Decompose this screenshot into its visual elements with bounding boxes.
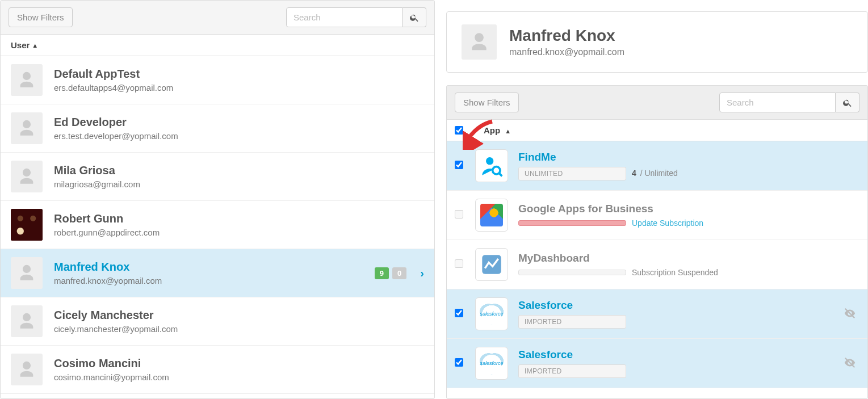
apps-search-button[interactable] bbox=[836, 93, 859, 112]
app-name: Salesforce bbox=[518, 299, 833, 312]
user-name: Manfred Knox bbox=[54, 261, 375, 274]
app-name: Salesforce bbox=[518, 348, 833, 361]
user-email: ers.test.developer@yopmail.com bbox=[54, 131, 424, 141]
user-info: Default AppTesters.defaultapps4@yopmail.… bbox=[54, 68, 424, 93]
app-name: FindMe bbox=[518, 151, 859, 163]
user-info: Robert Gunnrobert.gunn@appdirect.com bbox=[54, 212, 424, 237]
app-row[interactable]: SalesforceIMPORTED bbox=[447, 289, 867, 339]
svg-point-1 bbox=[493, 167, 500, 174]
user-email: cosimo.mancini@yopmail.com bbox=[54, 372, 424, 382]
user-row[interactable]: Default AppTesters.defaultapps4@yopmail.… bbox=[1, 56, 434, 104]
visibility-off-icon[interactable] bbox=[844, 356, 856, 371]
user-info: Ed Developerers.test.developer@yopmail.c… bbox=[54, 116, 424, 141]
user-info: Cicely Manchestercicely.manchester@yopma… bbox=[54, 309, 424, 334]
apps-list[interactable]: FindMeUNLIMITED4 / UnlimitedGoogle Apps … bbox=[447, 141, 867, 398]
users-list[interactable]: Default AppTesters.defaultapps4@yopmail.… bbox=[1, 56, 434, 398]
apps-column-label[interactable]: App ▲ bbox=[484, 125, 511, 135]
profile-info: Manfred Knox manfred.knox@yopmail.com bbox=[509, 27, 624, 57]
user-info: Cosimo Mancinicosimo.mancini@yopmail.com bbox=[54, 357, 424, 382]
user-row[interactable]: Ed Developerers.test.developer@yopmail.c… bbox=[1, 104, 434, 153]
app-checkbox-cell bbox=[455, 161, 465, 171]
users-toolbar: Show Filters bbox=[1, 1, 434, 35]
app-checkbox[interactable] bbox=[455, 210, 463, 219]
app-status-pill: IMPORTED bbox=[518, 364, 626, 378]
search-icon bbox=[409, 12, 420, 23]
user-row[interactable]: Robert Gunnrobert.gunn@appdirect.com bbox=[1, 201, 434, 249]
app-row[interactable]: MyDashboardSubscription Suspended bbox=[447, 240, 867, 289]
users-column-header[interactable]: User ▲ bbox=[1, 35, 434, 56]
user-name: Default AppTest bbox=[54, 68, 424, 81]
app-status-pill: IMPORTED bbox=[518, 315, 626, 329]
app-icon bbox=[475, 199, 508, 232]
user-row[interactable]: Manfred Knoxmanfred.knox@yopmail.com90› bbox=[1, 249, 434, 297]
app-row[interactable]: Google Apps for BusinessUpdate Subscript… bbox=[447, 191, 867, 240]
app-body: MyDashboardSubscription Suspended bbox=[518, 252, 859, 277]
app-icon bbox=[475, 297, 508, 330]
app-body: SalesforceIMPORTED bbox=[518, 348, 833, 378]
user-email: robert.gunn@appdirect.com bbox=[54, 228, 424, 237]
users-panel: Show Filters User ▲ Default AppTesters.d… bbox=[0, 0, 435, 399]
app-body: Google Apps for BusinessUpdate Subscript… bbox=[518, 203, 859, 228]
app-action-link[interactable]: Update Subscription bbox=[632, 219, 703, 228]
user-row[interactable]: Cicely Manchestercicely.manchester@yopma… bbox=[1, 297, 434, 346]
app-checkbox-cell bbox=[455, 259, 465, 270]
search-input[interactable] bbox=[286, 7, 402, 27]
user-info: Manfred Knoxmanfred.knox@yopmail.com bbox=[54, 261, 375, 285]
app-icon bbox=[475, 248, 508, 281]
avatar bbox=[11, 112, 43, 144]
app-checkbox[interactable] bbox=[455, 309, 463, 317]
show-filters-button[interactable]: Show Filters bbox=[9, 7, 73, 27]
user-badges: 90 bbox=[375, 267, 406, 279]
app-checkbox[interactable] bbox=[455, 161, 463, 169]
app-name: MyDashboard bbox=[518, 252, 859, 264]
profile-name: Manfred Knox bbox=[509, 27, 624, 45]
user-row[interactable]: Cosimo Mancinicosimo.mancini@yopmail.com bbox=[1, 346, 434, 394]
avatar bbox=[11, 257, 43, 289]
app-body: FindMeUNLIMITED4 / Unlimited bbox=[518, 151, 859, 180]
sort-asc-icon: ▲ bbox=[32, 42, 38, 49]
user-info: Mila Griosamilagriosa@gmail.com bbox=[54, 164, 424, 189]
apps-column-header: App ▲ bbox=[447, 119, 867, 141]
badge-assigned: 9 bbox=[375, 267, 389, 279]
user-name: Robert Gunn bbox=[54, 212, 424, 225]
user-email: milagriosa@gmail.com bbox=[54, 179, 424, 189]
select-all-checkbox[interactable] bbox=[455, 126, 463, 135]
app-icon bbox=[475, 347, 508, 380]
search-button[interactable] bbox=[402, 7, 426, 27]
profile-avatar bbox=[462, 24, 497, 60]
user-email: manfred.knox@yopmail.com bbox=[54, 276, 375, 285]
search-icon bbox=[842, 98, 853, 108]
app-status-pill bbox=[518, 270, 626, 275]
user-email: ers.defaultapps4@yopmail.com bbox=[54, 83, 424, 93]
app-usage: 4 / Unlimited bbox=[632, 169, 678, 178]
avatar bbox=[11, 305, 43, 337]
app-row[interactable]: FindMeUNLIMITED4 / Unlimited bbox=[447, 141, 867, 191]
user-name: Cosimo Mancini bbox=[54, 357, 424, 370]
avatar bbox=[11, 161, 43, 192]
app-status-pill bbox=[518, 220, 626, 226]
app-status-text: Subscription Suspended bbox=[632, 268, 718, 277]
app-checkbox[interactable] bbox=[455, 358, 463, 367]
app-checkbox[interactable] bbox=[455, 259, 463, 268]
user-name: Cicely Manchester bbox=[54, 309, 424, 322]
avatar bbox=[11, 354, 43, 385]
column-label: User bbox=[11, 40, 30, 50]
avatar bbox=[11, 64, 43, 96]
user-row[interactable]: Mila Griosamilagriosa@gmail.com bbox=[1, 153, 434, 201]
detail-panel: Manfred Knox manfred.knox@yopmail.com Sh… bbox=[435, 0, 868, 399]
apps-toolbar: Show Filters bbox=[447, 86, 867, 119]
app-icon bbox=[475, 149, 508, 182]
app-row[interactable]: SalesforceIMPORTED bbox=[447, 339, 867, 388]
apps-show-filters-button[interactable]: Show Filters bbox=[455, 93, 519, 112]
app-checkbox-cell bbox=[455, 210, 465, 220]
svg-line-2 bbox=[499, 173, 502, 176]
app-name: Google Apps for Business bbox=[518, 203, 859, 215]
chevron-right-icon: › bbox=[420, 267, 424, 280]
apps-search-input[interactable] bbox=[719, 93, 836, 112]
app-checkbox-cell bbox=[455, 358, 465, 368]
badge-pending: 0 bbox=[392, 267, 406, 279]
app-status-pill: UNLIMITED bbox=[518, 167, 626, 180]
svg-point-0 bbox=[486, 157, 493, 165]
profile-card: Manfred Knox manfred.knox@yopmail.com bbox=[446, 11, 868, 73]
visibility-off-icon[interactable] bbox=[844, 307, 856, 321]
